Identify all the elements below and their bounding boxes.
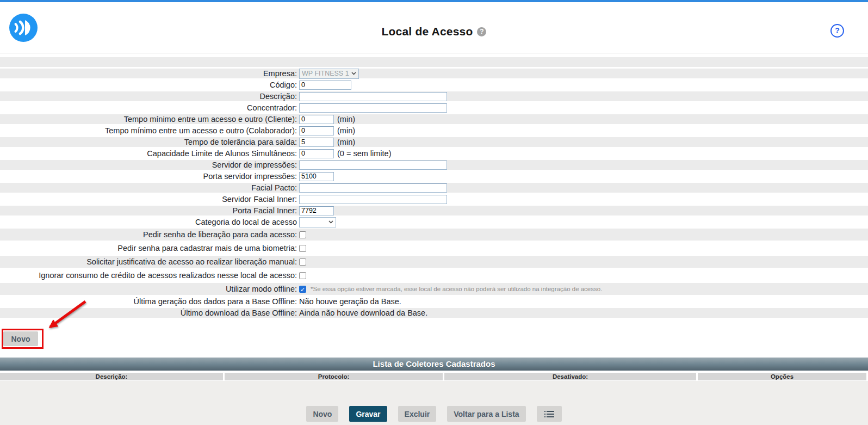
field-label-servidor-facial-inner: Servidor Facial Inner: bbox=[0, 195, 299, 204]
tempo-tolerancia-saida-input[interactable] bbox=[299, 138, 334, 147]
field-label-tempo-tolerancia-saida: Tempo de tolerância para saída: bbox=[0, 138, 299, 146]
facial-pacto-input[interactable] bbox=[299, 183, 447, 193]
form-row-tempo-tolerancia-saida: Tempo de tolerância para saída:(min) bbox=[0, 137, 868, 147]
categoria-local-acesso-select[interactable] bbox=[299, 217, 336, 227]
check-icon: ✓ bbox=[300, 286, 305, 293]
tempo-minimo-cliente-input[interactable] bbox=[299, 115, 334, 124]
servidor-impressoes-input[interactable] bbox=[299, 161, 447, 170]
capacidade-limite-input[interactable] bbox=[299, 149, 334, 158]
field-control-ultimo-download-base: Ainda não houve download da Base. bbox=[299, 309, 427, 317]
porta-facial-inner-input[interactable] bbox=[299, 206, 334, 215]
porta-impressoes-input[interactable] bbox=[299, 172, 334, 181]
collectors-table-header: Descrição:Protocolo:Desativado:Opções bbox=[0, 373, 868, 380]
empresa-selected-value: WP FITNESS 1 bbox=[302, 70, 349, 77]
field-control-servidor-impressoes bbox=[299, 161, 447, 170]
pedir-senha-biometria-checkbox[interactable] bbox=[299, 245, 306, 252]
solicitar-justificativa-checkbox[interactable] bbox=[299, 258, 306, 266]
field-control-porta-impressoes bbox=[299, 172, 334, 181]
field-label-ignorar-consumo-credito: Ignorar consumo de crédito de acessos re… bbox=[0, 271, 299, 280]
page-title-wrap: Local de Acesso? bbox=[0, 25, 868, 38]
pedir-senha-liberacao-checkbox[interactable] bbox=[299, 231, 306, 238]
field-control-tempo-minimo-cliente: (min) bbox=[299, 115, 355, 124]
form-row-servidor-impressoes: Servidor de impressões: bbox=[0, 160, 868, 170]
field-label-empresa: Empresa: bbox=[0, 69, 299, 78]
field-label-pedir-senha-biometria: Pedir senha para cadastrar mais de uma b… bbox=[0, 244, 299, 252]
field-control-concentrador bbox=[299, 103, 447, 113]
tempo-minimo-colaborador-input[interactable] bbox=[299, 126, 334, 135]
form-row-porta-facial-inner: Porta Facial Inner: bbox=[0, 206, 868, 215]
field-control-tempo-tolerancia-saida: (min) bbox=[299, 138, 355, 147]
field-label-capacidade-limite: Capacidade Limite de Alunos Simultâneos: bbox=[0, 149, 299, 158]
access-location-form: Empresa:WP FITNESS 1Código:Descrição:Con… bbox=[0, 57, 868, 319]
excluir-button[interactable]: Excluir bbox=[398, 406, 437, 422]
voltar-lista-button[interactable]: Voltar para a Lista bbox=[447, 406, 525, 422]
help-icon[interactable]: ? bbox=[830, 24, 844, 38]
ignorar-consumo-credito-checkbox[interactable] bbox=[299, 272, 306, 279]
field-label-codigo: Código: bbox=[0, 81, 299, 89]
column-header-1: Protocolo: bbox=[225, 373, 443, 380]
form-row-spacer bbox=[0, 57, 868, 67]
field-label-utilizar-modo-offline: Utilizar modo offline: bbox=[0, 285, 299, 293]
form-row-descricao: Descrição: bbox=[0, 91, 868, 101]
field-control-ignorar-consumo-credito bbox=[299, 272, 306, 279]
form-row-concentrador: Concentrador: bbox=[0, 103, 868, 113]
collectors-section: Lista de Coletores Cadastrados Descrição… bbox=[0, 358, 868, 380]
descricao-input[interactable] bbox=[299, 92, 447, 101]
field-label-tempo-minimo-colaborador: Tempo mínimo entre um acesso e outro (Co… bbox=[0, 126, 299, 135]
ultima-geracao-base-value: Não houve geração da Base. bbox=[299, 297, 401, 306]
tempo-minimo-colaborador-suffix: (min) bbox=[337, 126, 355, 135]
novo-button[interactable]: Novo bbox=[306, 406, 338, 422]
form-row-porta-impressoes: Porta servidor impressões: bbox=[0, 171, 868, 181]
field-control-pedir-senha-biometria bbox=[299, 245, 306, 252]
form-row-ultima-geracao-base: Última geração dos dados para a Base Off… bbox=[0, 297, 868, 306]
form-row-servidor-facial-inner: Servidor Facial Inner: bbox=[0, 194, 868, 204]
field-control-facial-pacto bbox=[299, 183, 447, 193]
field-label-descricao: Descrição: bbox=[0, 92, 299, 101]
gravar-button[interactable]: Gravar bbox=[349, 406, 387, 422]
form-row-empresa: Empresa:WP FITNESS 1 bbox=[0, 69, 868, 78]
tempo-minimo-cliente-suffix: (min) bbox=[337, 115, 355, 124]
field-label-porta-facial-inner: Porta Facial Inner: bbox=[0, 206, 299, 215]
field-label-pedir-senha-liberacao: Pedir senha de liberação para cada acess… bbox=[0, 230, 299, 239]
capacidade-limite-suffix: (0 = sem limite) bbox=[337, 149, 392, 158]
chevron-down-icon bbox=[351, 72, 356, 75]
form-row-codigo: Código: bbox=[0, 80, 868, 90]
list-icon bbox=[544, 410, 554, 418]
field-label-solicitar-justificativa: Solicitar justificativa de acesso ao rea… bbox=[0, 257, 299, 266]
column-header-2: Desativado: bbox=[444, 373, 696, 380]
title-help-icon[interactable]: ? bbox=[477, 27, 486, 36]
utilizar-modo-offline-checkbox[interactable]: ✓ bbox=[299, 286, 306, 293]
form-row-facial-pacto: Facial Pacto: bbox=[0, 183, 868, 193]
highlight-arrow-icon bbox=[34, 297, 91, 336]
form-row-categoria-local-acesso: Categoria do local de acesso bbox=[0, 217, 868, 227]
form-row-pedir-senha-liberacao: Pedir senha de liberação para cada acess… bbox=[0, 229, 868, 241]
field-label-servidor-impressoes: Servidor de impressões: bbox=[0, 161, 299, 169]
page-title: Local de Acesso bbox=[382, 25, 473, 38]
form-row-ultimo-download-base: Último download da Base Offline:Ainda nã… bbox=[0, 308, 868, 318]
field-control-solicitar-justificativa bbox=[299, 258, 306, 266]
field-label-tempo-minimo-cliente: Tempo mínimo entre um acesso e outro (Cl… bbox=[0, 115, 299, 124]
collectors-section-title: Lista de Coletores Cadastrados bbox=[0, 358, 868, 371]
field-label-concentrador: Concentrador: bbox=[0, 103, 299, 112]
column-header-3: Opções bbox=[698, 373, 866, 380]
empresa-select[interactable]: WP FITNESS 1 bbox=[299, 69, 359, 79]
field-control-utilizar-modo-offline: ✓*Se essa opção estiver marcada, esse lo… bbox=[299, 286, 602, 293]
field-control-capacidade-limite: (0 = sem limite) bbox=[299, 149, 392, 158]
form-row-ignorar-consumo-credito: Ignorar consumo de crédito de acessos re… bbox=[0, 269, 868, 281]
concentrador-input[interactable] bbox=[299, 103, 447, 113]
codigo-input[interactable] bbox=[299, 81, 351, 90]
form-row-tempo-minimo-colaborador: Tempo mínimo entre um acesso e outro (Co… bbox=[0, 126, 868, 135]
field-control-empresa: WP FITNESS 1 bbox=[299, 69, 359, 79]
chevron-down-icon bbox=[328, 220, 333, 224]
form-row-pedir-senha-biometria: Pedir senha para cadastrar mais de uma b… bbox=[0, 242, 868, 254]
field-control-descricao bbox=[299, 92, 447, 101]
field-label-categoria-local-acesso: Categoria do local de acesso bbox=[0, 218, 299, 226]
servidor-facial-inner-input[interactable] bbox=[299, 195, 447, 204]
ultimo-download-base-value: Ainda não houve download da Base. bbox=[299, 309, 427, 317]
column-header-0: Descrição: bbox=[0, 373, 223, 380]
tempo-tolerancia-saida-suffix: (min) bbox=[337, 138, 355, 146]
form-row-tempo-minimo-cliente: Tempo mínimo entre um acesso e outro (Cl… bbox=[0, 114, 868, 124]
form-row-utilizar-modo-offline: Utilizar modo offline:✓*Se essa opção es… bbox=[0, 283, 868, 295]
footer: NovoGravarExcluirVoltar para a Lista bbox=[0, 381, 868, 425]
coletores-list-button[interactable] bbox=[537, 406, 562, 422]
